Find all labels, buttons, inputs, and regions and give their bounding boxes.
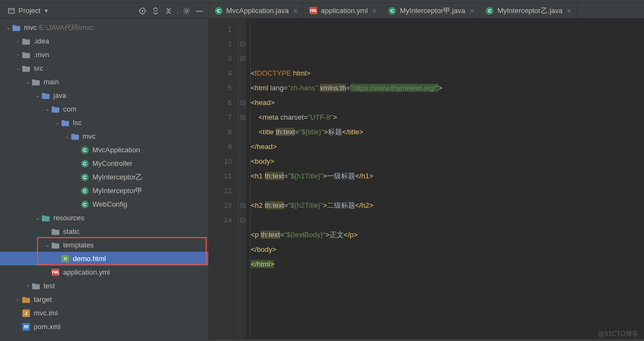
tree-item--idea[interactable]: ›.idea (0, 34, 208, 48)
fold-marker[interactable]: ⊟ (239, 36, 246, 51)
code-line[interactable]: <head> (251, 95, 644, 110)
tree-item-demo-html[interactable]: ·Hdemo.html (0, 252, 208, 265)
fold-marker[interactable]: ⊟ (239, 198, 246, 213)
tree-item-java[interactable]: ⌄java (0, 89, 208, 102)
folder-blue-icon (12, 23, 21, 32)
locate-icon[interactable] (138, 7, 147, 15)
chevron-down-icon: ▼ (44, 8, 48, 14)
code-line[interactable]: <meta charset="UTF-8"> (251, 110, 644, 125)
chevron-down-icon[interactable]: ⌄ (44, 106, 51, 112)
chevron-right-icon[interactable]: › (14, 296, 22, 302)
chevron-down-icon[interactable]: ⌄ (63, 133, 71, 139)
tree-item-test[interactable]: ›test (0, 279, 208, 293)
svg-point-10 (185, 10, 188, 12)
watermark: @51CTO博客 (598, 330, 639, 339)
fold-marker[interactable]: ⊟ (239, 213, 246, 227)
tree-item-src[interactable]: ⌄src (0, 61, 208, 75)
tree-item--mvn[interactable]: ›.mvn (0, 48, 208, 61)
tree-item-resources[interactable]: ⌄resources (0, 211, 208, 225)
chevron-down-icon[interactable]: ⌄ (14, 65, 22, 71)
tree-label: mvc (24, 23, 37, 32)
collapse-all-icon[interactable] (164, 7, 173, 15)
tab-label: MyInterceptor甲.java (400, 6, 465, 16)
code-line[interactable]: <h1 th:text="${h1Title}">一级标题</h1> (251, 169, 644, 183)
close-icon[interactable]: × (567, 7, 571, 15)
tree-label: WebConfig (92, 200, 127, 208)
gear-icon[interactable] (182, 7, 191, 15)
tree-item-com[interactable]: ⌄com (0, 102, 208, 116)
code-line[interactable]: </body> (251, 242, 644, 257)
tree-label: demo.html (73, 255, 106, 263)
source[interactable]: <!DOCTYPE html><html lang="zh-hans" xmln… (246, 18, 644, 339)
tab-myinterceptor-java[interactable]: CMyInterceptor乙.java× (480, 3, 577, 18)
close-icon[interactable]: × (372, 7, 376, 15)
chevron-down-icon[interactable]: ⌄ (53, 120, 61, 126)
fold-marker[interactable]: ⊟ (239, 110, 246, 125)
tree-item-pom-xml[interactable]: ·mpom.xml (0, 320, 208, 333)
code-line[interactable]: <title th:text="${title}">标题</title> (251, 125, 644, 139)
tree-item-target[interactable]: ›target (0, 293, 208, 306)
chevron-down-icon[interactable]: ⌄ (24, 79, 32, 85)
tab-application-yml[interactable]: YMLapplication.yml× (304, 3, 382, 18)
tree-item-mycontroller[interactable]: ·CMyController (0, 157, 208, 170)
code-line[interactable] (251, 183, 644, 198)
code-line[interactable]: <body> (251, 154, 644, 169)
tree-path: E:\JAVA代码\mvc (39, 23, 94, 33)
tree-label: resources (53, 214, 84, 222)
project-view-selector[interactable]: Project ▼ (4, 5, 52, 16)
fold-marker[interactable]: ⊟ (239, 95, 246, 110)
code-line[interactable]: </head> (251, 139, 644, 154)
tree-item-templates[interactable]: ⌄templates (0, 238, 208, 252)
tree-item-lsc[interactable]: ⌄lsc (0, 116, 208, 129)
fold-marker (239, 169, 246, 183)
code-line[interactable]: </html> (251, 257, 644, 271)
tree-label: templates (63, 241, 94, 249)
folder-icon (51, 241, 60, 250)
tree-item-webconfig[interactable]: ·CWebConfig (0, 197, 208, 211)
close-icon[interactable]: × (469, 7, 474, 15)
tree-item-static[interactable]: ·static (0, 225, 208, 238)
code-line[interactable]: <h2 th:text="${h2Title}">二级标题</h2> (251, 198, 644, 213)
tree-item-mvc[interactable]: ⌄mvcE:\JAVA代码\mvc (0, 21, 208, 34)
tree-label: src (34, 64, 43, 72)
tree-item-myinterceptor-[interactable]: ·CMyInterceptor甲 (0, 184, 208, 197)
tree-item-mvcapplication[interactable]: ·CMvcApplication (0, 143, 208, 157)
editor-tabs: CMvcApplication.java×YMLapplication.yml×… (209, 3, 644, 18)
code-line[interactable] (251, 213, 644, 227)
chevron-down-icon[interactable]: ⌄ (4, 24, 12, 30)
tab-label: MyInterceptor乙.java (497, 6, 562, 16)
chevron-right-icon[interactable]: › (24, 283, 32, 289)
expand-all-icon[interactable] (151, 7, 160, 15)
chevron-down-icon[interactable]: ⌄ (44, 242, 51, 248)
chevron-down-icon[interactable]: ⌄ (34, 215, 41, 221)
tree-label: mvc.iml (34, 309, 58, 317)
tree-item-mvc-iml[interactable]: ·Jmvc.iml (0, 306, 208, 320)
chevron-right-icon[interactable]: › (14, 52, 22, 58)
tab-mvcapplication-java[interactable]: CMvcApplication.java× (209, 3, 304, 18)
folder-icon (22, 64, 30, 73)
code-line[interactable]: <!DOCTYPE html> (251, 66, 644, 80)
folder-blue-icon (51, 105, 60, 114)
line-number: 3 (212, 51, 232, 66)
close-icon[interactable]: × (293, 7, 298, 15)
chevron-right-icon[interactable]: › (14, 38, 22, 44)
line-number: 12 (212, 183, 232, 198)
chevron-down-icon[interactable]: ⌄ (34, 92, 41, 98)
folder-icon (22, 37, 30, 46)
code-line[interactable]: <p th:text="${textBody}">正文</p> (251, 227, 644, 242)
tree-item-application-yml[interactable]: ·YMLapplication.yml (0, 265, 208, 279)
code-line[interactable]: <html lang="zh-hans" xmlns:th="https://w… (251, 80, 644, 95)
fold-marker[interactable]: ⊟ (239, 51, 246, 66)
code-area[interactable]: 1234567891011121314 ⊟⊟ ⊟⊟ ⊟⊟ <!DOCTYPE h… (209, 18, 644, 339)
project-tree[interactable]: ⌄mvcE:\JAVA代码\mvc›.idea›.mvn⌄src⌄main⌄ja… (0, 18, 208, 339)
fold-col[interactable]: ⊟⊟ ⊟⊟ ⊟⊟ (239, 18, 246, 339)
arrow-blank: · (73, 147, 81, 153)
tab-myinterceptor-java[interactable]: CMyInterceptor甲.java× (382, 3, 480, 18)
yml-icon: YML (309, 7, 318, 15)
tree-item-myinterceptor-[interactable]: ·CMyInterceptor乙 (0, 170, 208, 184)
fold-marker (239, 139, 246, 154)
fold-marker (239, 183, 246, 198)
tree-item-mvc[interactable]: ⌄mvc (0, 129, 208, 143)
hide-icon[interactable]: — (195, 7, 204, 15)
tree-item-main[interactable]: ⌄main (0, 75, 208, 89)
